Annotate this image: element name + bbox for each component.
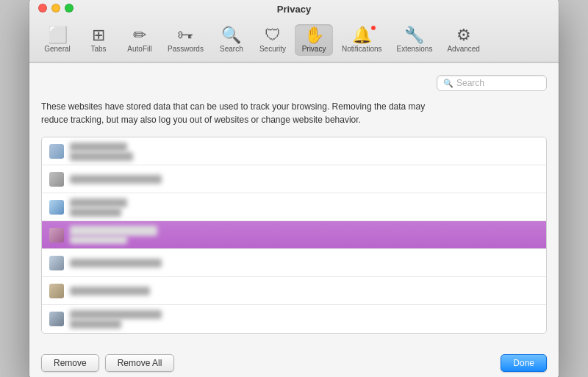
toolbar: ⬜ General ⊞ Tabs ✏ AutoFill 🗝 Passwords … xyxy=(29,18,559,62)
toolbar-item-autofill[interactable]: ✏ AutoFill xyxy=(121,24,159,56)
toolbar-label-advanced: Advanced xyxy=(447,45,479,53)
sites-list: ██████████ ███████████ ████████████████ … xyxy=(41,137,547,334)
site-url: ███████████ xyxy=(70,236,157,244)
site-favicon xyxy=(49,172,64,187)
content-area: 🔍 These websites have stored data that c… xyxy=(29,62,559,345)
toolbar-item-tabs[interactable]: ⊞ Tabs xyxy=(79,24,118,56)
site-name: ████████████████ xyxy=(70,174,162,184)
remove-button[interactable]: Remove xyxy=(41,354,99,372)
site-favicon xyxy=(49,312,64,326)
site-item[interactable]: ████████████████ xyxy=(42,249,546,277)
site-info: ████████████████ xyxy=(70,174,162,184)
done-button[interactable]: Done xyxy=(501,354,547,372)
titlebar: Privacy ⬜ General ⊞ Tabs ✏ AutoFill 🗝 Pa… xyxy=(29,0,559,62)
site-item-selected[interactable]: ██████████████ ███████████ xyxy=(42,221,546,249)
site-url: █████████ xyxy=(70,208,127,217)
toolbar-label-privacy: Privacy xyxy=(302,45,326,53)
toolbar-label-general: General xyxy=(44,45,71,53)
notifications-icon: 🔔 xyxy=(352,27,372,43)
toolbar-item-passwords[interactable]: 🗝 Passwords xyxy=(162,24,209,56)
site-name: ██████████████ xyxy=(70,286,150,296)
toolbar-label-notifications: Notifications xyxy=(342,45,381,53)
site-item[interactable]: ██████████████ xyxy=(42,277,546,305)
site-info: ██████████████ ███████████ xyxy=(70,226,157,244)
autofill-icon: ✏ xyxy=(133,27,146,43)
maximize-button[interactable] xyxy=(65,4,74,12)
search-toolbar-icon: 🔍 xyxy=(221,27,241,43)
site-favicon xyxy=(49,256,64,270)
footer: Remove Remove All Done xyxy=(29,345,559,377)
footer-left-buttons: Remove Remove All xyxy=(41,354,174,372)
window-title: Privacy xyxy=(277,4,311,15)
search-input[interactable] xyxy=(456,78,540,88)
site-favicon xyxy=(49,284,64,298)
site-url: █████████ xyxy=(70,320,162,328)
toolbar-label-autofill: AutoFill xyxy=(127,45,151,53)
toolbar-label-extensions: Extensions xyxy=(397,45,433,53)
description-text: These websites have stored data that can… xyxy=(41,100,438,126)
site-info: ██████████ █████████ xyxy=(70,198,127,217)
tabs-icon: ⊞ xyxy=(92,27,105,43)
search-icon: 🔍 xyxy=(443,79,453,88)
site-item[interactable]: ████████████████ xyxy=(42,165,546,193)
toolbar-item-extensions[interactable]: 🔧 Extensions xyxy=(391,24,439,56)
site-favicon xyxy=(49,200,64,215)
advanced-icon: ⚙ xyxy=(456,27,471,43)
toolbar-item-advanced[interactable]: ⚙ Advanced xyxy=(441,24,485,56)
site-item[interactable]: ████████████████ █████████ xyxy=(42,305,546,333)
minimize-button[interactable] xyxy=(51,4,60,12)
passwords-icon: 🗝 xyxy=(177,27,193,43)
site-info: ████████████████ xyxy=(70,258,162,268)
site-favicon xyxy=(49,144,64,159)
site-name: ██████████ xyxy=(70,198,127,208)
privacy-icon: ✋ xyxy=(304,27,324,43)
remove-all-button[interactable]: Remove All xyxy=(105,354,175,372)
toolbar-label-passwords: Passwords xyxy=(168,45,204,53)
close-button[interactable] xyxy=(38,4,47,12)
toolbar-label-tabs: Tabs xyxy=(90,45,106,53)
toolbar-item-search[interactable]: 🔍 Search xyxy=(212,24,251,56)
site-name: ██████████ xyxy=(70,142,133,152)
toolbar-item-privacy[interactable]: ✋ Privacy xyxy=(295,24,333,56)
extensions-icon: 🔧 xyxy=(404,27,424,43)
site-info: ██████████ ███████████ xyxy=(70,142,133,161)
site-favicon xyxy=(49,228,64,243)
site-info: ████████████████ █████████ xyxy=(70,309,162,328)
security-icon: 🛡 xyxy=(265,27,281,43)
site-info: ██████████████ xyxy=(70,286,150,296)
site-name: ████████████████ xyxy=(70,258,162,268)
toolbar-item-security[interactable]: 🛡 Security xyxy=(254,24,292,56)
site-name: ████████████████ xyxy=(70,309,162,320)
toolbar-label-search: Search xyxy=(220,45,243,53)
toolbar-item-general[interactable]: ⬜ General xyxy=(38,24,76,56)
site-item[interactable]: ██████████ █████████ xyxy=(42,193,546,221)
preferences-window: Privacy ⬜ General ⊞ Tabs ✏ AutoFill 🗝 Pa… xyxy=(29,0,559,377)
toolbar-item-notifications[interactable]: 🔔 Notifications xyxy=(336,24,387,56)
search-bar[interactable]: 🔍 xyxy=(437,75,547,91)
toolbar-label-security: Security xyxy=(259,45,286,53)
site-url: ███████████ xyxy=(70,152,133,161)
general-icon: ⬜ xyxy=(48,27,68,43)
search-container: 🔍 xyxy=(41,75,547,91)
site-name: ██████████████ xyxy=(70,226,157,236)
site-item[interactable]: ██████████ ███████████ xyxy=(42,137,546,165)
notification-badge xyxy=(370,25,376,31)
